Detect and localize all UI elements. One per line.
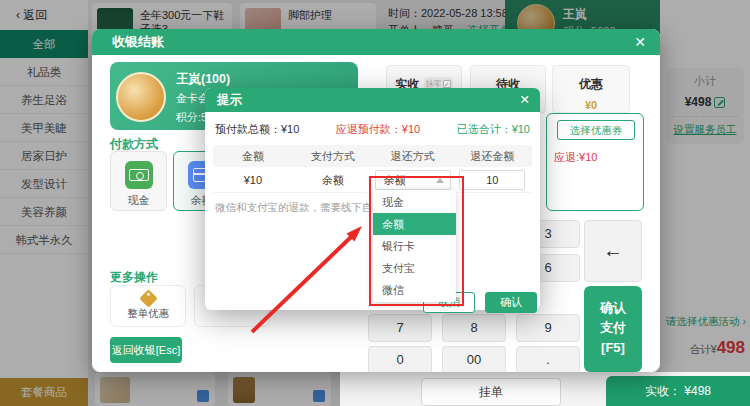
cash-icon (125, 161, 153, 189)
dropdown-option-alipay[interactable]: 支付宝 (373, 257, 456, 279)
backspace-key[interactable]: ← (584, 220, 642, 282)
checkbox-icon: ✓ (443, 80, 451, 88)
prompt-title: 提示 (217, 88, 242, 112)
member-avatar (116, 72, 166, 122)
close-icon[interactable]: ✕ (634, 29, 646, 55)
key-dot[interactable]: . (516, 346, 580, 372)
cell-amount: ¥10 (213, 167, 293, 193)
selected-total: 已选合计：¥10 (457, 122, 530, 137)
key-0[interactable]: 0 (368, 346, 432, 372)
dropdown-option-bankcard[interactable]: 银行卡 (373, 235, 456, 257)
refund-table-row: ¥10 余额 余额 (213, 167, 532, 193)
member-name: 王岚(100) (176, 71, 230, 88)
refund-due-text: 应退:¥10 (554, 150, 597, 165)
back-to-register-button[interactable]: 返回收银[Esc] (110, 337, 182, 363)
cell-method: 余额 (293, 167, 373, 193)
close-icon[interactable]: ✕ (520, 88, 530, 112)
refund-method-dropdown: 现金 余额 银行卡 支付宝 微信 (373, 190, 456, 302)
pay-method-cash[interactable]: 现金 (110, 151, 167, 211)
cell-refund-amount (452, 167, 532, 193)
pos-screen: ‹ 返回 全部 礼品类 养生足浴 美甲美睫 居家日护 发型设计 美容养颜 韩式半… (0, 0, 750, 406)
whole-order-discount-button[interactable]: 整单优惠 (110, 285, 186, 327)
received-amount-button[interactable]: 实收： ¥498 (606, 376, 750, 406)
checkout-modal-header: 收银结账 ✕ (92, 29, 660, 55)
dropdown-option-cash[interactable]: 现金 (373, 191, 456, 213)
refund-table: 金额 支付方式 退还方式 退还金额 ¥10 余额 余额 (213, 145, 532, 193)
confirm-pay-button[interactable]: 确认 支付 [F5] (584, 286, 642, 372)
key-00[interactable]: 00 (442, 346, 506, 372)
refund-amount-input[interactable] (459, 170, 525, 190)
dropdown-option-wechat[interactable]: 微信 (373, 279, 456, 301)
bottom-action-bar: 挂单 实收： ¥498 (340, 372, 750, 406)
dropdown-option-balance[interactable]: 余额 (373, 213, 456, 235)
refund-due-amount: 应退预付款：¥10 (336, 122, 420, 137)
more-actions-label: 更多操作 (110, 269, 158, 286)
checkout-modal-title: 收银结账 (112, 29, 164, 55)
key-9[interactable]: 9 (516, 314, 580, 342)
key-8[interactable]: 8 (442, 314, 506, 342)
coupon-area: 选择优惠券 应退:¥10 (546, 113, 644, 211)
prepaid-summary: 预付款总额：¥10 应退预付款：¥10 已选合计：¥10 (205, 112, 540, 145)
choose-coupon-button[interactable]: 选择优惠券 (557, 120, 635, 140)
stat-discount: 优惠 ¥0 (552, 65, 630, 113)
refund-method-select[interactable]: 余额 (375, 170, 451, 190)
hold-order-button[interactable]: 挂单 (421, 378, 561, 406)
discount-value: ¥0 (553, 99, 629, 111)
prepaid-total: 预付款总额：¥10 (215, 122, 299, 137)
key-7[interactable]: 7 (368, 314, 432, 342)
discount-tag-icon (139, 289, 157, 307)
prompt-modal-header: 提示 ✕ (205, 88, 540, 112)
refund-table-header: 金额 支付方式 退还方式 退还金额 (213, 145, 532, 167)
caret-up-icon (436, 178, 444, 183)
confirm-button[interactable]: 确认 (485, 292, 537, 313)
backspace-icon: ← (603, 239, 623, 261)
